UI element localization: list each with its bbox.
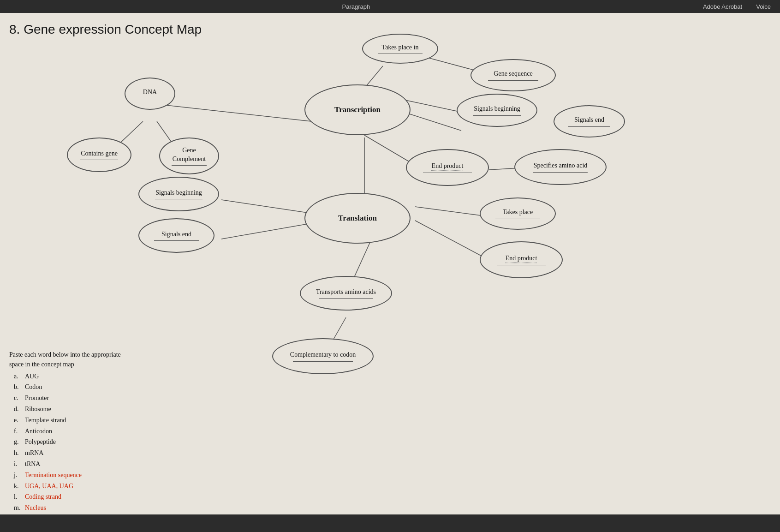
svg-line-7 — [364, 135, 415, 165]
node-end-product-transcription: End product — [406, 149, 489, 186]
node-signals-end-right: Signals end — [554, 105, 625, 137]
adobe-acrobat-label: Adobe Acrobat — [703, 3, 742, 10]
word-item-template-strand: Template strand — [25, 415, 66, 426]
word-list-intro: Paste each word below into the appropria… — [9, 350, 129, 369]
node-signals-beginning-left-label: Signals beginning — [155, 189, 202, 197]
word-item-letter-d: d. — [14, 404, 22, 415]
node-transports-amino-acids: Transports amino acids — [300, 276, 392, 311]
node-gene-sequence: Gene sequence — [470, 59, 556, 91]
word-item-codon: Codon — [25, 382, 42, 393]
word-list: Paste each word below into the appropria… — [9, 350, 129, 514]
node-transcription: Transcription — [304, 84, 411, 135]
node-contains-gene-underline — [80, 160, 118, 160]
node-contains-gene-label: Contains gene — [81, 149, 118, 158]
word-list-item-d: d.Ribosome — [14, 404, 129, 415]
word-item-letter-a: a. — [14, 371, 22, 382]
word-item-promoter: Promoter — [25, 393, 49, 404]
word-item-letter-c: c. — [14, 393, 22, 404]
word-list-item-m: m.Nucleus — [14, 502, 129, 514]
node-signals-end-left-label: Signals end — [161, 230, 191, 239]
node-gene-complement-label: GeneComplement — [173, 146, 206, 163]
word-item-letter-m: m. — [14, 502, 22, 514]
word-list-item-l: l.Coding strand — [14, 491, 129, 502]
node-transports-amino-acids-label: Transports amino acids — [316, 288, 376, 296]
word-list-item-g: g.Polypeptide — [14, 436, 129, 448]
node-signals-end-left: Signals end — [138, 218, 214, 253]
node-takes-place-in: Takes place in — [362, 34, 438, 64]
node-transcription-label: Transcription — [334, 105, 381, 115]
word-list-item-a: a.AUG — [14, 371, 129, 382]
node-gene-sequence-label: Gene sequence — [494, 70, 532, 78]
word-item-letter-l: l. — [14, 491, 22, 502]
word-list-item-e: e.Template strand — [14, 415, 129, 426]
word-item-trna: tRNA — [25, 459, 40, 470]
node-complementary-to-codon: Complementary to codon — [272, 338, 374, 374]
word-item-letter-b: b. — [14, 382, 22, 393]
node-dna: DNA — [125, 78, 175, 110]
word-list-item-k: k.UGA, UAA, UAG — [14, 481, 129, 492]
svg-line-12 — [415, 207, 484, 216]
word-item-termination: Termination sequence — [25, 470, 82, 481]
top-bar: Paragraph Adobe Acrobat Voice — [0, 0, 780, 13]
node-specifies-amino-acid: Specifies amino acid — [514, 149, 607, 185]
node-signals-beginning-right-label: Signals beginning — [474, 105, 520, 113]
word-item-letter-k: k. — [14, 481, 22, 492]
node-signals-beginning-right: Signals beginning — [457, 94, 537, 127]
node-contains-gene: Contains gene — [67, 137, 131, 172]
node-takes-place-in-underline — [378, 54, 423, 54]
node-complementary-to-codon-underline — [293, 361, 353, 362]
node-end-product-transcription-label: End product — [432, 162, 464, 170]
node-signals-end-left-underline — [154, 240, 199, 241]
node-gene-complement-underline — [172, 165, 207, 166]
node-end-product-translation-label: End product — [506, 254, 537, 263]
node-dna-label: DNA — [143, 88, 157, 96]
svg-line-13 — [415, 221, 484, 257]
node-takes-place-translation: Takes place — [480, 197, 556, 230]
node-end-product-translation: End product — [480, 241, 563, 278]
word-list-item-h: h.mRNA — [14, 448, 129, 459]
word-item-ribosome: Ribosome — [25, 404, 51, 415]
node-gene-complement: GeneComplement — [159, 137, 219, 174]
node-takes-place-translation-label: Takes place — [503, 208, 533, 216]
word-list-item-f: f.Anticodon — [14, 426, 129, 437]
node-dna-underline — [135, 99, 165, 99]
word-item-nucleus: Nucleus — [25, 502, 46, 514]
word-item-letter-h: h. — [14, 448, 22, 459]
node-gene-sequence-underline — [488, 80, 538, 81]
word-item-coding-strand: Coding strand — [25, 491, 61, 502]
content-area: 8. Gene expression Concept Map — [0, 13, 780, 532]
word-item-letter-j: j. — [14, 470, 22, 481]
node-specifies-amino-acid-label: Specifies amino acid — [534, 161, 588, 170]
word-list-item-c: c.Promoter — [14, 393, 129, 404]
word-item-letter-f: f. — [14, 426, 22, 437]
node-end-product-translation-underline — [497, 265, 546, 265]
word-item-anticodon: Anticodon — [25, 426, 52, 437]
word-item-polypeptide: Polypeptide — [25, 436, 56, 448]
node-signals-beginning-right-underline — [473, 115, 521, 116]
word-list-items: a.AUG b.Codon c.Promoter d.Ribosome e.Te… — [9, 371, 129, 514]
node-translation-label: Translation — [338, 213, 377, 223]
word-list-item-j: j.Termination sequence — [14, 470, 129, 481]
svg-line-10 — [221, 200, 314, 214]
node-translation: Translation — [304, 193, 411, 244]
word-item-mrna: mRNA — [25, 448, 43, 459]
top-bar-paragraph: Paragraph — [342, 3, 370, 10]
word-list-item-i: i.tRNA — [14, 459, 129, 470]
word-item-aug: AUG — [25, 371, 39, 382]
node-takes-place-translation-underline — [495, 219, 540, 219]
word-item-letter-e: e. — [14, 415, 22, 426]
node-transports-amino-acids-underline — [319, 298, 373, 299]
node-signals-end-right-label: Signals end — [574, 116, 604, 124]
node-takes-place-in-label: Takes place in — [382, 43, 419, 52]
bottom-bar — [0, 514, 780, 532]
word-item-letter-i: i. — [14, 459, 22, 470]
voice-button[interactable]: Voice — [756, 3, 771, 10]
word-list-item-b: b.Codon — [14, 382, 129, 393]
word-item-letter-g: g. — [14, 436, 22, 448]
node-specifies-amino-acid-underline — [533, 172, 588, 173]
node-complementary-to-codon-label: Complementary to codon — [290, 351, 356, 359]
node-signals-beginning-left-underline — [155, 199, 202, 199]
node-signals-end-right-underline — [568, 126, 610, 127]
word-item-uga: UGA, UAA, UAG — [25, 481, 73, 492]
node-end-product-transcription-underline — [423, 173, 472, 173]
